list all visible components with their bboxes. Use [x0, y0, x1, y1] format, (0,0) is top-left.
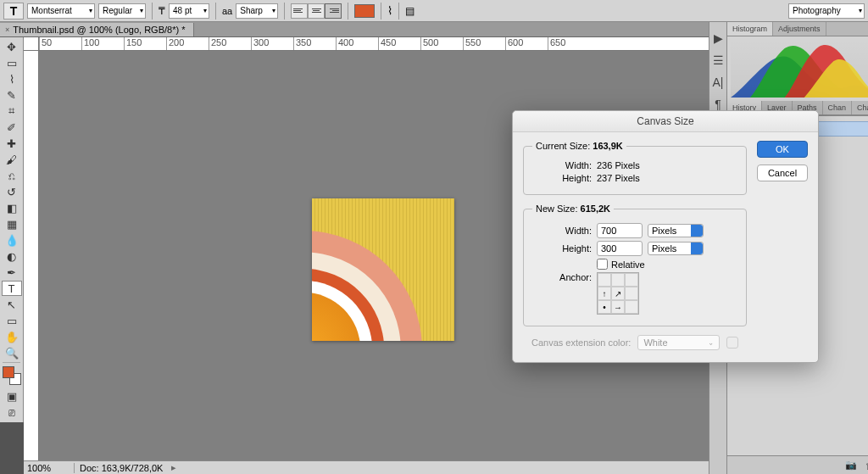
dialog-title: Canvas Size — [513, 111, 818, 132]
stamp-tool[interactable]: ⎌ — [2, 168, 22, 183]
color-swatches[interactable] — [3, 366, 21, 385]
tab-histogram[interactable]: Histogram — [727, 22, 773, 36]
cancel-button[interactable]: Cancel — [757, 165, 808, 181]
foreground-color[interactable] — [3, 366, 14, 378]
document-tab[interactable]: × Thumbnail.psd @ 100% (Logo, RGB/8*) * — [0, 23, 194, 36]
quick-mask-toggle[interactable]: ▣ — [2, 388, 22, 404]
character-panel-icon[interactable]: ▤ — [405, 5, 415, 17]
extension-color-select: White — [637, 335, 720, 350]
hand-tool[interactable]: ✋ — [2, 329, 22, 344]
history-brush-tool[interactable]: ↺ — [2, 184, 22, 199]
zoom-level[interactable]: 100% — [24, 463, 75, 473]
options-bar: T Montserrat Regular ₸ 48 pt aa Sharp ⌇ … — [0, 0, 868, 22]
new-snapshot-icon[interactable]: 📷 — [845, 460, 857, 471]
align-right-button[interactable] — [325, 3, 342, 19]
anchor-grid[interactable]: ↑↗ •→ — [597, 272, 639, 315]
relative-checkbox[interactable] — [597, 259, 608, 270]
font-size-select[interactable]: 48 pt — [169, 3, 209, 19]
antialias-label: aa — [222, 6, 232, 16]
histogram-panel — [727, 36, 868, 101]
extension-color-label: Canvas extension color: — [531, 337, 631, 348]
height-input[interactable] — [597, 241, 643, 256]
relative-label: Relative — [611, 259, 645, 270]
antialias-select[interactable]: Sharp — [236, 3, 278, 19]
trash-icon[interactable]: 🗑 — [865, 460, 868, 471]
align-center-button[interactable] — [308, 3, 325, 19]
text-color-swatch[interactable] — [354, 4, 375, 18]
width-input[interactable] — [597, 223, 643, 238]
doc-size-readout[interactable]: Doc: 163,9K/728,0K — [75, 463, 168, 473]
workspace-select[interactable]: Photography — [788, 3, 865, 19]
font-family-select[interactable]: Montserrat — [27, 3, 95, 19]
heal-tool[interactable]: ✚ — [2, 136, 22, 151]
ruler-horizontal[interactable]: 50100150 200250300 350400450 500550600 6… — [39, 37, 709, 51]
ruler-vertical[interactable] — [24, 51, 39, 460]
gradient-tool[interactable]: ▦ — [2, 216, 22, 231]
layers-mini-icon[interactable]: ☰ — [709, 53, 726, 68]
marquee-tool[interactable]: ▭ — [2, 55, 22, 70]
font-size-icon: ₸ — [159, 5, 165, 17]
tools-panel: ✥ ▭ ⌇ ✎ ⌗ ✐ ✚ 🖌 ⎌ ↺ ◧ ▦ 💧 ◐ ✒ T ↖ ▭ ✋ 🔍 … — [0, 37, 24, 422]
path-select-tool[interactable]: ↖ — [2, 297, 22, 312]
status-menu-icon[interactable]: ▸ — [168, 462, 180, 473]
tool-preset-icon[interactable]: T — [3, 3, 24, 20]
ruler-origin[interactable] — [24, 37, 39, 51]
tab-channels-2[interactable]: Chan — [852, 101, 868, 114]
new-size-group: New Size: 615,2K Width: Pixels Height: P… — [523, 204, 747, 326]
histogram-tabs: Histogram Adjustments — [727, 22, 868, 36]
blur-tool[interactable]: 💧 — [2, 232, 22, 248]
font-style-select[interactable]: Regular — [98, 3, 146, 19]
panel-footer: 📷 🗑 — [727, 455, 868, 474]
close-icon[interactable]: × — [5, 25, 9, 34]
tab-adjustments[interactable]: Adjustments — [773, 22, 826, 36]
align-left-button[interactable] — [291, 3, 308, 19]
height-unit-select[interactable]: Pixels — [648, 242, 704, 255]
lasso-tool[interactable]: ⌇ — [2, 71, 22, 86]
tab-channels[interactable]: Chan — [823, 101, 853, 114]
text-align-group — [291, 3, 342, 19]
brush-tool[interactable]: 🖌 — [2, 152, 22, 167]
ok-button[interactable]: OK — [757, 141, 808, 158]
document-canvas[interactable] — [312, 198, 454, 341]
character-mini-icon[interactable]: A| — [709, 75, 726, 90]
quick-select-tool[interactable]: ✎ — [2, 87, 22, 103]
screen-mode-toggle[interactable]: ⎚ — [2, 404, 22, 420]
width-unit-select[interactable]: Pixels — [648, 224, 704, 237]
document-title: Thumbnail.psd @ 100% (Logo, RGB/8*) * — [13, 25, 185, 35]
shape-tool[interactable]: ▭ — [2, 313, 22, 328]
play-icon[interactable]: ▶ — [709, 31, 726, 46]
type-tool[interactable]: T — [2, 281, 22, 296]
current-width: 236 Pixels — [597, 160, 640, 170]
extension-color-swatch — [726, 337, 738, 349]
move-tool[interactable]: ✥ — [2, 39, 22, 54]
dodge-tool[interactable]: ◐ — [2, 248, 22, 264]
warp-text-icon[interactable]: ⌇ — [387, 4, 392, 17]
crop-tool[interactable]: ⌗ — [2, 103, 22, 119]
pen-tool[interactable]: ✒ — [2, 265, 22, 280]
eraser-tool[interactable]: ◧ — [2, 200, 22, 215]
current-size-group: Current Size: 163,9K Width:236 Pixels He… — [523, 141, 747, 195]
canvas-size-dialog: Canvas Size Current Size: 163,9K Width:2… — [512, 110, 819, 363]
zoom-tool[interactable]: 🔍 — [2, 345, 22, 360]
current-height: 237 Pixels — [597, 173, 640, 183]
status-bar: 100% Doc: 163,9K/728,0K ▸ — [24, 460, 709, 474]
eyedropper-tool[interactable]: ✐ — [2, 120, 22, 135]
